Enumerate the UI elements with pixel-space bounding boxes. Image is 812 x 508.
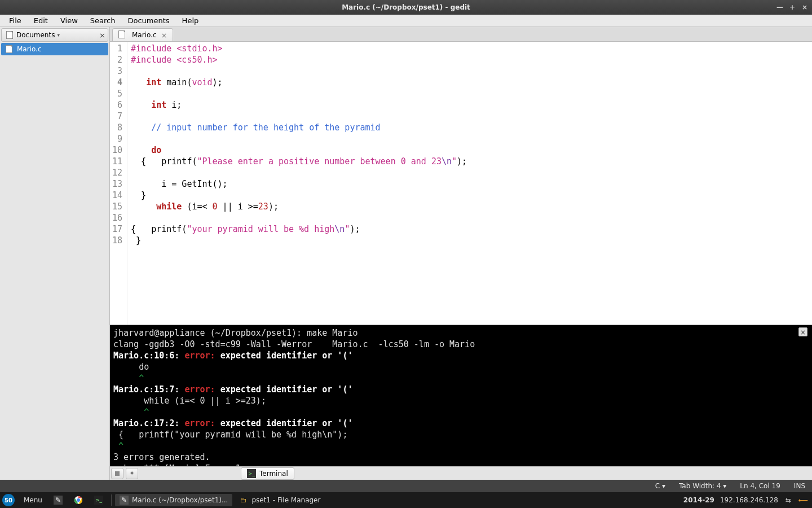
terminal-close-icon[interactable]: × bbox=[798, 327, 807, 336]
terminal-launcher-icon: >_ bbox=[94, 496, 103, 505]
side-panel-title: Documents bbox=[16, 31, 55, 39]
file-icon bbox=[5, 45, 14, 54]
editor-tab-label: Mario.c bbox=[132, 31, 157, 39]
taskbar-divider bbox=[111, 494, 112, 506]
taskbar-app-gedit[interactable]: ✎ Mario.c (~/Dropbox/pset1)... bbox=[115, 494, 232, 506]
taskbar-app-filemanager[interactable]: 🗀 pset1 - File Manager bbox=[235, 494, 325, 506]
gear-icon: ✦ bbox=[129, 470, 134, 477]
terminal-wrapper: jharvard@appliance (~/Dropbox/pset1): ma… bbox=[110, 325, 812, 466]
editor-split: 123456789101112131415161718 #include <st… bbox=[110, 42, 812, 466]
statusbar: C ▾ Tab Width: 4 ▾ Ln 4, Col 19 INS bbox=[0, 480, 812, 492]
side-panel-close-icon[interactable]: × bbox=[99, 31, 105, 40]
menu-edit[interactable]: Edit bbox=[28, 15, 54, 26]
start-menu-icon[interactable]: 50 bbox=[2, 494, 15, 506]
chrome-icon bbox=[74, 496, 83, 505]
menu-view[interactable]: View bbox=[55, 15, 83, 26]
sidebar-document-item[interactable]: Mario.c bbox=[1, 43, 108, 55]
editor-area: Mario.c × 123456789101112131415161718 #i… bbox=[110, 27, 812, 480]
status-tabwidth[interactable]: Tab Width: 4 ▾ bbox=[679, 482, 726, 490]
os-taskbar: 50 Menu ✎ >_ ✎ Mario.c (~/Dropbox/pset1)… bbox=[0, 492, 812, 508]
menubar: File Edit View Search Documents Help bbox=[0, 15, 812, 27]
code-editor[interactable]: 123456789101112131415161718 #include <st… bbox=[110, 42, 812, 325]
gedit-icon: ✎ bbox=[120, 496, 129, 505]
window-title: Mario.c (~/Dropbox/pset1) - gedit bbox=[342, 3, 470, 11]
terminal-icon: >_ bbox=[247, 469, 256, 478]
launcher-chrome[interactable] bbox=[69, 494, 87, 506]
editor-tabbar: Mario.c × bbox=[110, 27, 812, 42]
status-language[interactable]: C ▾ bbox=[655, 482, 665, 490]
window-titlebar: Mario.c (~/Dropbox/pset1) - gedit — + × bbox=[0, 0, 812, 15]
bottom-tab-terminal[interactable]: >_ Terminal bbox=[241, 467, 294, 480]
maximize-icon[interactable]: + bbox=[788, 3, 796, 11]
status-insert-mode: INS bbox=[794, 482, 805, 490]
close-icon[interactable]: × bbox=[801, 3, 809, 11]
bottom-panel-tabs: ✦ >_ Terminal bbox=[110, 466, 812, 480]
taskbar-app-label: Mario.c (~/Dropbox/pset1)... bbox=[132, 496, 228, 504]
side-panel: Documents ▾ × Mario.c bbox=[0, 27, 110, 480]
file-icon bbox=[118, 30, 127, 40]
network-icon[interactable]: ⇆ bbox=[784, 496, 793, 505]
line-number-gutter: 123456789101112131415161718 bbox=[110, 42, 127, 325]
start-menu-label: Menu bbox=[24, 496, 42, 504]
document-icon bbox=[5, 30, 14, 40]
tray-ip: 192.168.246.128 bbox=[720, 496, 778, 504]
arrow-left-icon[interactable]: ⟵ bbox=[798, 496, 807, 505]
launcher-terminal[interactable]: >_ bbox=[90, 494, 108, 506]
bottom-tab-label: Terminal bbox=[259, 470, 288, 478]
sidebar-document-label: Mario.c bbox=[17, 45, 42, 53]
minimize-icon[interactable]: — bbox=[776, 3, 784, 11]
folder-icon: 🗀 bbox=[239, 496, 248, 505]
menu-help[interactable]: Help bbox=[176, 15, 205, 26]
launcher-gedit[interactable]: ✎ bbox=[49, 494, 67, 506]
menu-file[interactable]: File bbox=[3, 15, 27, 26]
workspace: Documents ▾ × Mario.c Mario.c × 12345678… bbox=[0, 27, 812, 480]
tray-clock[interactable]: 2014-29 bbox=[683, 496, 714, 504]
taskbar-app-label: pset1 - File Manager bbox=[251, 496, 320, 504]
gedit-launcher-icon: ✎ bbox=[54, 496, 63, 505]
menu-search[interactable]: Search bbox=[85, 15, 121, 26]
system-tray: 2014-29 192.168.246.128 ⇆ ⟵ bbox=[683, 496, 807, 505]
status-cursor-pos: Ln 4, Col 19 bbox=[740, 482, 780, 490]
menu-documents[interactable]: Documents bbox=[122, 15, 175, 26]
tab-close-icon[interactable]: × bbox=[161, 31, 167, 40]
editor-tab[interactable]: Mario.c × bbox=[112, 28, 173, 41]
code-content[interactable]: #include <stdio.h> #include <cs50.h> int… bbox=[127, 42, 470, 325]
svg-point-1 bbox=[77, 498, 80, 502]
terminal-pane[interactable]: jharvard@appliance (~/Dropbox/pset1): ma… bbox=[110, 325, 812, 466]
bottom-panel-button-1[interactable] bbox=[111, 468, 123, 479]
start-menu-button[interactable]: Menu bbox=[19, 494, 47, 506]
chevron-down-icon[interactable]: ▾ bbox=[57, 32, 60, 38]
bottom-panel-button-2[interactable]: ✦ bbox=[126, 468, 138, 479]
side-panel-header[interactable]: Documents ▾ × bbox=[1, 28, 108, 42]
square-icon bbox=[115, 471, 120, 476]
